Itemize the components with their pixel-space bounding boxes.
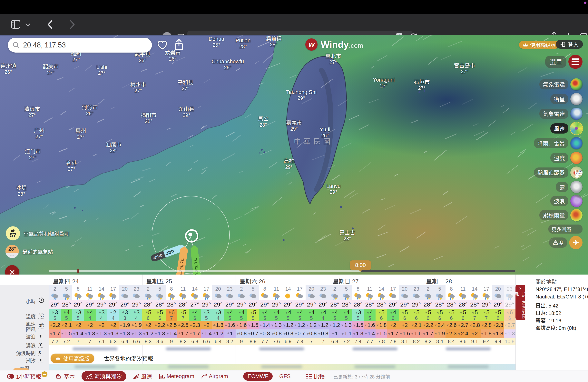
sidebar-item-radar2[interactable]: 氣象雷達 bbox=[539, 108, 583, 120]
period-cell: 8.4 bbox=[434, 338, 446, 345]
wind-cell: ➤35 bbox=[72, 309, 84, 321]
toolbar-item-compare[interactable]: 比較 bbox=[306, 372, 325, 380]
temp-cell: 28° bbox=[364, 300, 376, 309]
toolbar-item-hourly[interactable]: 1小時預報 bbox=[7, 372, 49, 380]
weather-icon-st bbox=[190, 293, 199, 300]
sidebar-item-hurricane[interactable]: 颱風追蹤器Today70mph1 bbox=[534, 166, 583, 179]
upload-icon[interactable] bbox=[173, 38, 185, 51]
sidebar-item-altitude[interactable]: 高度 ✈ bbox=[549, 236, 583, 249]
back-icon[interactable] bbox=[47, 20, 53, 29]
toolbar-item-wind[interactable]: 風速 bbox=[133, 372, 152, 380]
weather-cell bbox=[317, 292, 329, 300]
hour-cell: 14 bbox=[469, 285, 481, 292]
toolbar-item-waves-tides[interactable]: 海浪與潮汐 bbox=[82, 371, 126, 382]
swell-cell: ➤1.2 bbox=[142, 329, 154, 338]
weather-icon-st bbox=[365, 293, 374, 300]
timeline-future-segment[interactable] bbox=[361, 270, 515, 272]
layer-thumbnail-satellite[interactable] bbox=[570, 93, 583, 105]
swell-cell: ➤1.4 bbox=[201, 329, 212, 338]
tab-group-chevron-icon[interactable] bbox=[25, 23, 31, 27]
sidebar-item-waves[interactable]: 波浪 bbox=[550, 195, 583, 207]
direction-arrow-icon: ➤ bbox=[110, 311, 113, 314]
layer-thumbnail-accrain[interactable] bbox=[570, 209, 583, 221]
layer-thumbnail-radar2[interactable] bbox=[570, 108, 583, 120]
sidebar-item-rain[interactable]: 降雨、雷暴 bbox=[534, 137, 583, 149]
layer-thumbnail-hurricane[interactable]: Today70mph1 bbox=[570, 166, 583, 179]
toolbar-item-airgram[interactable]: Airgram bbox=[201, 373, 228, 380]
period-cell: 9.4 bbox=[492, 338, 504, 345]
menu-label: 選單 bbox=[545, 56, 567, 68]
temp-cell: 29° bbox=[387, 300, 399, 309]
period-cell: 8.4 bbox=[445, 338, 457, 345]
weather-map[interactable]: 连州镇26°韶关市27°雄州27°Lishi27°武平县26°龙岩市26°Deh… bbox=[0, 35, 588, 274]
temp-cell: 28° bbox=[154, 300, 166, 309]
sidebar-toggle-icon[interactable] bbox=[10, 19, 21, 30]
sidebar-item-satellite[interactable]: 衛星 bbox=[550, 93, 583, 105]
weather-cell bbox=[469, 292, 481, 300]
15day-forecast-tab[interactable]: › 15 天天氣預報 bbox=[515, 285, 525, 320]
weather-station-badge[interactable]: 28°--- 最近的氣象站 bbox=[5, 245, 53, 258]
tide-blurred-value bbox=[352, 347, 398, 350]
hour-cell: 17 bbox=[481, 285, 492, 292]
sidebar-item-clouds[interactable]: 雲 bbox=[556, 181, 583, 193]
toolbar-item-meteogram[interactable]: Meteogram bbox=[159, 373, 194, 380]
wave-cell: ➤2.1 bbox=[61, 321, 73, 329]
direction-arrow-icon: ➤ bbox=[317, 323, 321, 327]
layer-thumbnail-clouds[interactable] bbox=[570, 181, 583, 193]
airplane-icon[interactable]: ✈ bbox=[569, 236, 583, 249]
wave-cell: ➤2.6 bbox=[445, 321, 457, 329]
water-temp-strip bbox=[49, 364, 515, 370]
sidebar-item-temp[interactable]: 溫度 bbox=[550, 152, 583, 164]
about-timezone: Nautical: Etc/GMT-8 (+0 bbox=[535, 294, 588, 300]
direction-arrow-icon: ➤ bbox=[317, 331, 321, 336]
toolbar-item-ecmwf[interactable]: ECMWF bbox=[243, 372, 273, 381]
toolbar-item-gfs[interactable]: GFS bbox=[279, 373, 291, 380]
layer-thumbnail-rain[interactable] bbox=[570, 137, 583, 149]
sidebar-item-more-layers[interactable]: 更多圖層...... bbox=[548, 225, 583, 234]
toolbar-item-basic[interactable]: 基本 bbox=[55, 372, 75, 380]
direction-arrow-icon: ➤ bbox=[86, 323, 90, 327]
login-button[interactable]: 登入 bbox=[556, 40, 583, 49]
basic-weather-icon bbox=[55, 374, 62, 379]
weather-cell bbox=[154, 292, 166, 300]
period-cell: 7.6 bbox=[271, 338, 282, 345]
layer-thumbnail-radar[interactable] bbox=[570, 78, 583, 90]
menu-hamburger-icon[interactable] bbox=[568, 55, 583, 69]
weather-cell bbox=[271, 292, 282, 300]
direction-arrow-icon: ➤ bbox=[401, 311, 405, 315]
forward-icon[interactable] bbox=[69, 20, 76, 29]
sidebar-item-menu[interactable]: 選單 bbox=[545, 55, 583, 69]
air-quality-badge[interactable]: 57 空氣品質和輻射監測 bbox=[6, 226, 69, 240]
period-cell: 8.2 bbox=[224, 338, 236, 345]
period-cell: 8.3 bbox=[142, 338, 154, 345]
sidebar-item-wind[interactable]: 風速 bbox=[550, 122, 583, 135]
weather-cell bbox=[177, 292, 189, 300]
direction-arrow-icon: ➤ bbox=[411, 332, 414, 336]
direction-arrow-icon: ➤ bbox=[98, 323, 102, 327]
search-box[interactable] bbox=[8, 38, 152, 53]
premium-button-table[interactable]: 使用高級版 bbox=[51, 354, 94, 363]
period-cell: 9 bbox=[166, 338, 177, 345]
layer-thumbnail-waves[interactable] bbox=[570, 195, 583, 207]
hour-cell: 11 bbox=[364, 285, 376, 292]
direction-arrow-icon: ➤ bbox=[469, 323, 473, 327]
wind-cell: ➤56 bbox=[142, 309, 154, 321]
temp-cell: 28° bbox=[422, 300, 434, 309]
weather-icon-nt bbox=[144, 293, 153, 300]
swell-cell: ➤1.7 bbox=[49, 329, 61, 338]
swell-cell: ➤1.3 bbox=[352, 329, 364, 338]
search-input[interactable] bbox=[23, 41, 133, 49]
windy-logo[interactable]: w Windy.com bbox=[305, 38, 363, 51]
swell-cell: ➤0.8 bbox=[271, 329, 282, 338]
windy-logo-icon: w bbox=[305, 38, 317, 51]
sidebar-item-accrain[interactable]: 累積雨量 bbox=[539, 209, 583, 221]
hour-cell: 23 bbox=[317, 285, 329, 292]
premium-button[interactable]: 使用高級版 bbox=[519, 41, 559, 49]
sidebar-item-radar[interactable]: 氣象雷達 bbox=[539, 78, 583, 90]
direction-arrow-icon: ➤ bbox=[471, 311, 475, 314]
layer-thumbnail-wind[interactable] bbox=[570, 122, 583, 135]
layer-thumbnail-temp[interactable] bbox=[570, 152, 583, 164]
favorite-heart-icon[interactable] bbox=[156, 39, 168, 51]
timeline-playhead[interactable]: 8:00 bbox=[350, 260, 371, 270]
wave-cell: ➤2.7 bbox=[457, 321, 469, 329]
